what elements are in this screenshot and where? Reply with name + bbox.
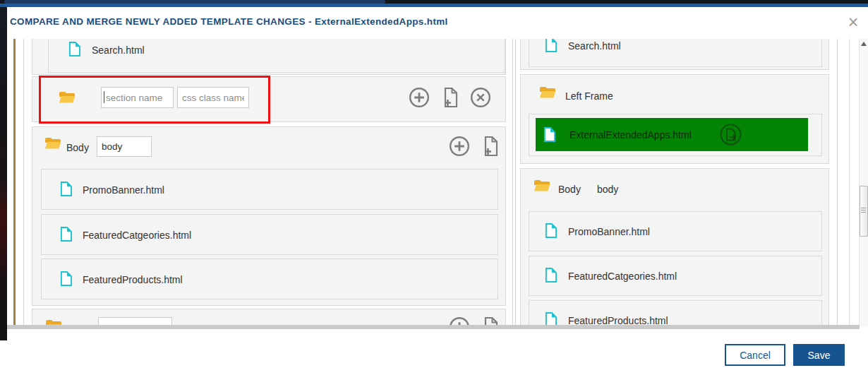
list-item[interactable]: FeaturedCatgeories.html xyxy=(529,256,822,296)
file-item-label: PromoBanner.html xyxy=(568,226,650,237)
list-item[interactable]: PromoBanner.html xyxy=(529,211,822,251)
add-file-icon[interactable] xyxy=(482,136,500,160)
dialog-title: COMPARE AND MERGE NEWLY ADDED TEMPLATE C… xyxy=(10,16,448,27)
dialog-title-text: COMPARE AND MERGE NEWLY ADDED TEMPLATE C… xyxy=(10,16,306,27)
open-folder-icon xyxy=(534,179,550,195)
document-icon xyxy=(545,39,557,55)
list-item[interactable]: FeaturedCatgeories.html xyxy=(41,214,498,255)
right-section-body: Body body PromoBanner.html FeaturedCatge… xyxy=(520,168,829,326)
list-item[interactable]: FeaturedProducts.html xyxy=(529,300,822,326)
open-folder-icon xyxy=(59,90,76,107)
cancel-button[interactable]: Cancel xyxy=(725,344,785,366)
scrollbar-grip xyxy=(861,212,866,213)
background-page-edge xyxy=(0,7,7,340)
scroll-up-arrow-icon[interactable] xyxy=(861,42,867,46)
document-icon xyxy=(545,268,557,285)
file-export-icon[interactable] xyxy=(719,123,742,149)
document-icon xyxy=(60,182,72,199)
save-button[interactable]: Save xyxy=(793,344,845,366)
selected-highlight: ExternalExtendedApps.html xyxy=(536,118,808,151)
css-class-input[interactable] xyxy=(177,87,249,108)
left-section-top: Search.html xyxy=(32,39,506,75)
circle-plus-icon[interactable] xyxy=(449,136,470,160)
body-css-class-input[interactable] xyxy=(97,136,152,157)
dialog-title-separator: - xyxy=(306,16,315,27)
document-icon xyxy=(545,223,557,241)
scrollbar-grip xyxy=(861,208,866,208)
list-item[interactable]: PromoBanner.html xyxy=(41,169,498,210)
close-icon[interactable]: × xyxy=(844,13,862,31)
horizontal-scrollbar[interactable] xyxy=(7,325,860,329)
left-section-new xyxy=(32,76,506,122)
file-item-label: Search.html xyxy=(92,44,145,56)
document-icon xyxy=(545,312,557,326)
wrapper-border xyxy=(849,39,850,326)
text-cursor xyxy=(104,91,104,103)
right-section-top: Search.html xyxy=(520,39,829,70)
section-label: Left Frame xyxy=(565,90,613,102)
scrollbar-grip xyxy=(861,210,866,210)
document-icon xyxy=(60,271,72,289)
scrollbar-thumb[interactable] xyxy=(860,186,868,237)
list-item[interactable]: Search.html xyxy=(529,39,822,67)
section-css-class-text: body xyxy=(597,184,618,195)
file-item-label: Search.html xyxy=(568,40,621,52)
compare-merge-dialog: COMPARE AND MERGE NEWLY ADDED TEMPLATE C… xyxy=(7,7,868,380)
document-icon xyxy=(543,127,555,145)
open-folder-icon xyxy=(44,136,61,153)
document-icon xyxy=(68,42,80,59)
vertical-scrollbar[interactable] xyxy=(859,39,868,326)
left-section-footer: Footer xyxy=(32,309,506,326)
gold-rule xyxy=(13,39,16,326)
list-item[interactable]: Search.html xyxy=(48,39,505,73)
compare-content-area: Search.html Bo xyxy=(7,39,868,326)
file-item-label: PromoBanner.html xyxy=(83,184,164,196)
section-label: Body xyxy=(558,184,581,195)
circle-plus-icon[interactable] xyxy=(409,87,430,111)
left-section-body: Body PromoBanner.html FeaturedCatgeories… xyxy=(32,126,506,306)
circle-x-icon[interactable] xyxy=(470,87,491,111)
open-folder-icon xyxy=(539,85,556,102)
list-item-selected[interactable]: ExternalExtendedApps.html xyxy=(529,114,822,156)
section-label: Body xyxy=(66,142,89,153)
document-icon xyxy=(60,227,72,244)
file-item-label: ExternalExtendedApps.html xyxy=(569,129,692,141)
right-section-left-frame: Left Frame ExternalExtendedApps.html xyxy=(520,74,829,164)
file-item-label: FeaturedProducts.html xyxy=(83,274,183,285)
background-clipped-text xyxy=(4,0,385,4)
section-name-input[interactable] xyxy=(101,87,174,108)
file-item-label: FeaturedCatgeories.html xyxy=(83,230,191,241)
file-item-label: FeaturedCatgeories.html xyxy=(568,271,677,282)
dialog-title-filename: ExternalExtendedApps.html xyxy=(315,16,448,27)
list-item[interactable]: FeaturedProducts.html xyxy=(41,259,498,299)
add-file-icon[interactable] xyxy=(442,87,459,111)
